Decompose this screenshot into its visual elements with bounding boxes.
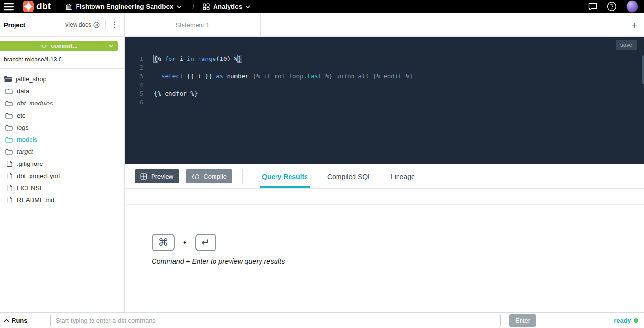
results-panel-header: Preview Compile Query Results Compiled S… xyxy=(125,164,644,189)
commit-button[interactable]: commit... xyxy=(0,41,118,51)
code-editor[interactable]: 123456 {% for i in range(10) %} select {… xyxy=(125,53,644,164)
tree-item-label: data xyxy=(17,88,29,95)
preview-grid-icon xyxy=(140,173,147,180)
file-icon xyxy=(5,196,13,204)
dbt-logo-text: dbt xyxy=(36,1,51,12)
tab-query-results[interactable]: Query Results xyxy=(262,164,308,188)
top-navigation-bar: dbt Fishtown Engineering Sandbox / Analy… xyxy=(0,0,644,13)
view-docs-label: view docs xyxy=(65,21,91,28)
tree-item-target[interactable]: target xyxy=(0,146,124,158)
menu-button[interactable] xyxy=(4,3,14,11)
git-commit-icon xyxy=(40,44,47,49)
folder-open-icon xyxy=(4,76,12,82)
user-avatar[interactable] xyxy=(626,0,638,13)
dbt-command-input[interactable] xyxy=(50,314,501,327)
project-switcher[interactable]: Analytics xyxy=(203,3,250,10)
chevron-down-icon xyxy=(109,45,113,47)
branch-label: branch: release/4.13.0 xyxy=(0,51,124,68)
editor-code: {% for i in range(10) %} select {{ i }} … xyxy=(143,53,413,164)
tree-item-label: models xyxy=(17,136,37,143)
plus-label: + xyxy=(183,239,187,246)
building-icon xyxy=(65,3,72,10)
status-dot xyxy=(634,318,638,323)
tree-item-label: target xyxy=(17,148,33,155)
main-panel: Statement 1 + save 123456 {% for i in ra… xyxy=(125,13,644,312)
results-toolbar xyxy=(125,189,644,205)
external-link-icon xyxy=(93,22,100,28)
tree-item-.gitignore[interactable]: .gitignore xyxy=(0,158,124,170)
preview-hint-text: Command + Enter to preview query results xyxy=(152,257,644,265)
status-indicator: ready xyxy=(614,317,638,324)
account-name: Fishtown Engineering Sandbox xyxy=(76,3,173,10)
dbt-logo[interactable]: dbt xyxy=(22,0,51,13)
view-docs-link[interactable]: view docs xyxy=(65,21,100,28)
divider xyxy=(105,19,106,30)
tree-item-label: .gitignore xyxy=(17,160,43,167)
tree-item-LICENSE[interactable]: LICENSE xyxy=(0,182,124,194)
editor-tab-bar: Statement 1 + xyxy=(125,13,644,37)
chat-button[interactable] xyxy=(588,2,598,11)
folder-icon xyxy=(5,125,13,131)
runs-label: Runs xyxy=(12,317,28,324)
file-icon xyxy=(5,160,13,167)
tree-item-label: logs xyxy=(17,124,29,131)
tree-item-models[interactable]: models xyxy=(0,134,124,146)
tree-item-label: dbt_modules xyxy=(17,100,53,107)
file-icon xyxy=(5,184,13,192)
command-key-icon: ⌘ xyxy=(152,234,175,251)
enter-button[interactable]: Enter xyxy=(509,314,536,327)
preview-button[interactable]: Preview xyxy=(135,169,179,183)
tab-statement-1[interactable]: Statement 1 xyxy=(125,13,261,36)
folder-icon xyxy=(5,137,13,143)
file-tree: jaffle_shopdatadbt_modulesetclogsmodelst… xyxy=(0,69,124,206)
tree-item-dbt_project.yml[interactable]: dbt_project.yml xyxy=(0,170,124,182)
file-icon xyxy=(5,172,13,179)
results-empty-state: ⌘ + ↵ Command + Enter to preview query r… xyxy=(125,205,644,265)
chevron-down-icon xyxy=(177,5,182,8)
tree-item-label: LICENSE xyxy=(17,184,44,192)
sidebar-title: Project xyxy=(4,21,25,29)
enter-key-icon: ↵ xyxy=(195,234,216,251)
tree-item-etc[interactable]: etc xyxy=(0,109,124,121)
account-switcher[interactable]: Fishtown Engineering Sandbox xyxy=(65,3,182,10)
preview-label: Preview xyxy=(151,173,173,180)
tree-item-label: jaffle_shop xyxy=(16,75,46,83)
sidebar: Project view docs ⋮ co xyxy=(0,13,125,312)
folder-icon xyxy=(5,101,13,106)
commit-label: commit... xyxy=(51,43,77,49)
editor-scrollbar[interactable] xyxy=(642,55,644,84)
tab-label: Statement 1 xyxy=(175,21,209,29)
folder-icon xyxy=(5,149,13,155)
tree-item-data[interactable]: data xyxy=(0,85,124,97)
grid-icon xyxy=(203,3,210,10)
tree-item-logs[interactable]: logs xyxy=(0,121,124,134)
tree-item-dbt_modules[interactable]: dbt_modules xyxy=(0,97,124,109)
hamburger-icon xyxy=(4,3,14,11)
compile-button[interactable]: Compile xyxy=(186,169,232,183)
tree-item-jaffle_shop[interactable]: jaffle_shop xyxy=(0,73,124,85)
save-button[interactable]: save xyxy=(616,40,637,50)
results-body: ⌘ + ↵ Command + Enter to preview query r… xyxy=(125,189,644,312)
code-icon xyxy=(192,174,199,179)
chevron-down-icon xyxy=(245,5,250,8)
project-name: Analytics xyxy=(213,3,242,10)
dbt-cloud-ide: dbt Fishtown Engineering Sandbox / Analy… xyxy=(0,0,644,328)
tree-item-label: etc xyxy=(17,112,25,119)
folder-icon xyxy=(5,89,13,94)
tab-compiled-sql[interactable]: Compiled SQL xyxy=(327,164,371,188)
tree-item-README.md[interactable]: README.md xyxy=(0,194,124,206)
editor-toolbar: save xyxy=(125,37,644,53)
folder-icon xyxy=(5,113,13,119)
dbt-flame-icon xyxy=(22,0,34,13)
results-tabs: Query Results Compiled SQL Lineage xyxy=(262,164,415,188)
divider xyxy=(242,169,243,184)
help-icon xyxy=(607,1,617,12)
kebab-icon: ⋮ xyxy=(111,20,119,29)
runs-toggle[interactable]: Runs xyxy=(4,317,50,324)
new-tab-button[interactable]: + xyxy=(631,20,637,30)
tab-lineage[interactable]: Lineage xyxy=(391,164,415,188)
overflow-menu-button[interactable]: ⋮ xyxy=(111,21,119,29)
path-separator: / xyxy=(192,3,194,11)
help-button[interactable] xyxy=(607,1,617,12)
compile-label: Compile xyxy=(203,173,227,180)
